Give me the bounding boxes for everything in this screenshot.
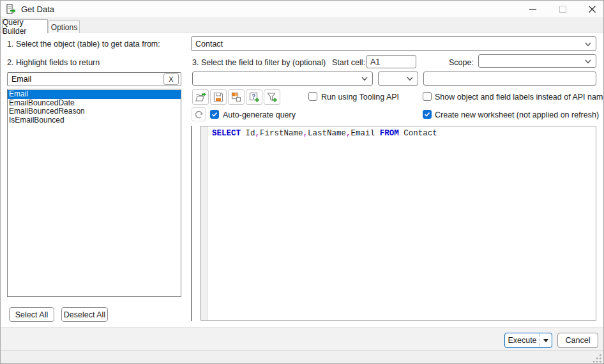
maximize-icon bbox=[559, 6, 566, 13]
close-icon bbox=[589, 6, 596, 13]
execute-split-button: Execute bbox=[504, 333, 552, 348]
sql-token: FROM bbox=[380, 129, 399, 138]
field-list-item[interactable]: EmailBouncedReason bbox=[8, 107, 181, 116]
sql-token: LastName bbox=[308, 129, 346, 138]
execute-dropdown-button[interactable] bbox=[540, 333, 552, 347]
tab-query-builder[interactable]: Query Builder bbox=[2, 19, 48, 33]
scope-select[interactable] bbox=[478, 54, 596, 68]
tab-strip: Query Builder Options bbox=[1, 17, 603, 33]
sql-token: Email bbox=[351, 129, 375, 138]
save-query-button[interactable] bbox=[210, 89, 227, 105]
add-subquery-icon: ? bbox=[249, 92, 259, 102]
show-labels-checkbox[interactable] bbox=[423, 92, 432, 101]
start-cell-input[interactable] bbox=[366, 55, 416, 68]
close-button[interactable] bbox=[582, 1, 602, 17]
title-bar: Get Data bbox=[1, 1, 603, 17]
svg-text:?: ? bbox=[252, 93, 255, 100]
tab-options[interactable]: Options bbox=[49, 20, 80, 33]
add-filter-button[interactable] bbox=[264, 89, 280, 105]
maximize-button[interactable] bbox=[552, 1, 573, 17]
scope-label: Scope: bbox=[449, 58, 474, 67]
filter-value-input[interactable] bbox=[423, 72, 596, 86]
minimize-button[interactable] bbox=[522, 1, 543, 17]
sql-line: SELECT Id,FirstName,LastName,Email FROM … bbox=[212, 129, 437, 138]
new-worksheet-label: Create new worksheet (not applied on ref… bbox=[435, 110, 599, 119]
sql-token: , bbox=[255, 129, 260, 138]
field-list-item[interactable]: EmailBouncedDate bbox=[8, 99, 181, 108]
step1-label: 1. Select the object (table) to get data… bbox=[7, 40, 160, 49]
new-worksheet-checkbox[interactable] bbox=[423, 110, 432, 119]
sql-token: , bbox=[346, 129, 351, 138]
field-list-item[interactable]: IsEmailBounced bbox=[8, 116, 181, 125]
sql-editor[interactable]: SELECT Id,FirstName,LastName,Email FROM … bbox=[200, 126, 596, 321]
start-cell-label: Start cell: bbox=[332, 58, 365, 67]
send-to-worksheet-button[interactable] bbox=[228, 89, 245, 105]
sql-token: SELECT bbox=[212, 129, 241, 138]
get-data-dialog: Get Data Query Builder Options 1. Select… bbox=[0, 0, 604, 364]
field-search: X bbox=[7, 72, 181, 86]
add-subquery-button[interactable]: ? bbox=[246, 89, 262, 105]
field-search-input[interactable] bbox=[8, 75, 163, 84]
field-list-item[interactable]: Email bbox=[8, 90, 181, 99]
deselect-all-button[interactable]: Deselect All bbox=[61, 307, 108, 322]
field-list[interactable]: EmailEmailBouncedDateEmailBouncedReasonI… bbox=[7, 89, 181, 297]
sql-token: , bbox=[303, 129, 308, 138]
sql-token: Contact bbox=[399, 129, 437, 138]
step3-label: 3. Select the field to filter by (option… bbox=[192, 58, 326, 67]
app-export-icon bbox=[6, 4, 16, 14]
minimize-icon bbox=[529, 6, 536, 13]
checkmark-icon bbox=[424, 111, 430, 118]
worksheet-icon bbox=[231, 92, 241, 102]
status-bar bbox=[1, 350, 603, 364]
dropdown-arrow-icon bbox=[543, 339, 548, 342]
refresh-icon bbox=[194, 110, 204, 119]
filter-funnel-icon bbox=[267, 92, 277, 102]
sql-token bbox=[375, 129, 380, 138]
filter-field-select[interactable] bbox=[192, 72, 373, 86]
refresh-query-button[interactable] bbox=[192, 107, 206, 121]
object-select[interactable]: Contact bbox=[191, 36, 596, 51]
clear-search-button[interactable]: X bbox=[163, 73, 179, 85]
open-query-button[interactable] bbox=[192, 89, 209, 105]
chevron-down-icon bbox=[361, 75, 368, 82]
open-folder-icon bbox=[195, 93, 206, 102]
chevron-down-icon bbox=[406, 75, 414, 82]
sql-token: Id bbox=[241, 129, 255, 138]
window-title: Get Data bbox=[21, 4, 54, 14]
auto-generate-label: Auto-generate query bbox=[223, 110, 296, 119]
save-floppy-icon bbox=[213, 92, 223, 102]
sql-token: FirstName bbox=[260, 129, 303, 138]
auto-generate-checkbox[interactable] bbox=[210, 110, 219, 119]
chevron-down-icon bbox=[584, 40, 592, 48]
chevron-down-icon bbox=[584, 57, 592, 65]
footer-bar: Execute Cancel bbox=[1, 327, 603, 350]
run-tooling-api-checkbox[interactable] bbox=[308, 92, 317, 101]
filter-operator-select[interactable] bbox=[378, 72, 418, 86]
resize-grip[interactable] bbox=[593, 354, 601, 363]
execute-button[interactable]: Execute bbox=[505, 333, 540, 347]
object-select-value: Contact bbox=[195, 40, 584, 49]
show-labels-label: Show object and field labels instead of … bbox=[435, 93, 604, 102]
run-tooling-api-label: Run using Tooling API bbox=[321, 93, 399, 102]
sql-editor-gutter bbox=[201, 126, 208, 320]
cancel-button[interactable]: Cancel bbox=[557, 333, 598, 348]
panel-splitter[interactable] bbox=[191, 126, 192, 321]
select-all-button[interactable]: Select All bbox=[9, 307, 54, 322]
checkmark-icon bbox=[211, 111, 218, 118]
step2-label: 2. Highlight fields to return bbox=[7, 58, 100, 67]
